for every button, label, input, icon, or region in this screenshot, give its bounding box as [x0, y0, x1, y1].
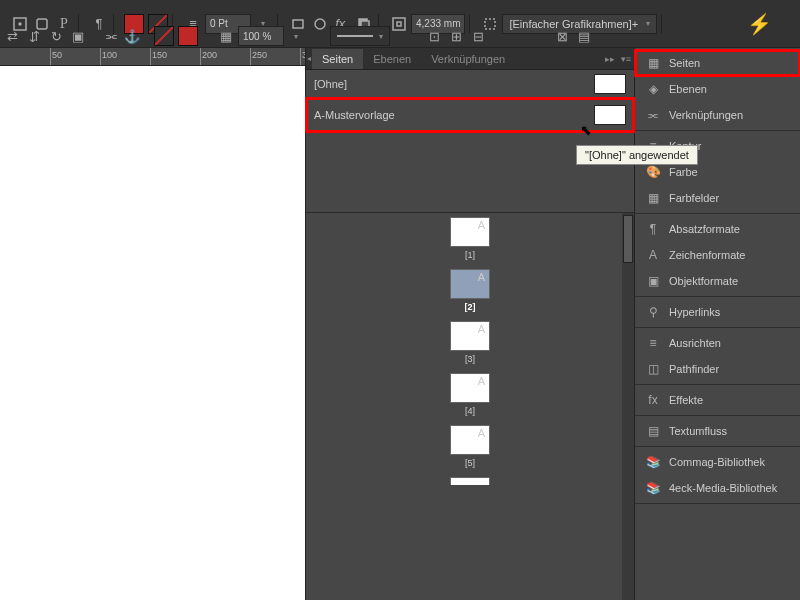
tab-seiten[interactable]: Seiten [312, 49, 363, 69]
fit-frame-icon[interactable]: ⊞ [446, 26, 466, 46]
para-icon: ¶ [645, 221, 661, 237]
flip-v-icon[interactable]: ⇵ [24, 26, 44, 46]
link-chain-icon[interactable]: ⫘ [100, 26, 120, 46]
panel-dock: ▦Seiten◈Ebenen⫘Verknüpfungen≡Kontur🎨Farb… [635, 48, 800, 600]
panel-verknüpfungen[interactable]: ⫘Verknüpfungen [635, 102, 800, 128]
color-icon: 🎨 [645, 164, 661, 180]
align-icon: ≡ [645, 335, 661, 351]
opacity-field[interactable]: 100 % [238, 26, 284, 46]
hyper-icon: ⚲ [645, 304, 661, 320]
panel-absatzformate[interactable]: ¶Absatzformate [635, 216, 800, 242]
master-thumb[interactable] [594, 74, 626, 94]
double-arrow-icon[interactable]: ▸▸ [602, 54, 618, 64]
lib-icon: 📚 [645, 454, 661, 470]
panel-label: Objektformate [669, 275, 738, 287]
tab-ebenen[interactable]: Ebenen [363, 49, 421, 69]
wrap-icon: ▤ [645, 423, 661, 439]
panel-label: Pathfinder [669, 363, 719, 375]
panel-farbfelder[interactable]: ▦Farbfelder [635, 185, 800, 211]
control-bar-row2: ⇄ ⇵ ↻ ▣ ⫘ ⚓ ▦ 100 % ▾ ▾ ⊡ ⊞ ⊟ ⊠ ▤ [2, 26, 594, 46]
opacity-icon: ▦ [216, 26, 236, 46]
panel-objektformate[interactable]: ▣Objektformate [635, 268, 800, 294]
panel-label: Farbfelder [669, 192, 719, 204]
svg-point-1 [19, 23, 21, 25]
panel-label: Seiten [669, 57, 700, 69]
page-thumb[interactable] [450, 477, 490, 485]
char-icon: A [645, 247, 661, 263]
link-icon: ⫘ [645, 107, 661, 123]
panel-label: Textumfluss [669, 425, 727, 437]
panel-label: 4eck-Media-Bibliothek [669, 482, 777, 494]
page-number: [1] [465, 250, 475, 260]
tab-verknuepfungen[interactable]: Verknüpfungen [421, 49, 515, 69]
master-label: A-Mustervorlage [314, 109, 395, 121]
page-number: [5] [465, 458, 475, 468]
page-canvas[interactable] [0, 66, 305, 600]
panel-label: Verknüpfungen [669, 109, 743, 121]
lib-icon: 📚 [645, 480, 661, 496]
clear-override-icon[interactable]: ⊠ [552, 26, 572, 46]
panel-label: Effekte [669, 394, 703, 406]
page-thumb[interactable]: A [450, 269, 490, 299]
panel-tabs: ◂ Seiten Ebenen Verknüpfungen ▸▸ ▾≡ [306, 48, 634, 70]
page-thumb[interactable]: A [450, 321, 490, 351]
panel-effekte[interactable]: fxEffekte [635, 387, 800, 413]
panel-label: Commag-Bibliothek [669, 456, 765, 468]
page-number: [3] [465, 354, 475, 364]
master-row-ohne[interactable]: [Ohne] [306, 70, 634, 98]
page-thumb[interactable]: A [450, 425, 490, 455]
master-row-a[interactable]: A-Mustervorlage [306, 98, 634, 132]
chevron-down-icon: ▾ [646, 19, 650, 28]
master-label: [Ohne] [314, 78, 347, 90]
rotate-icon[interactable]: ↻ [46, 26, 66, 46]
path-icon: ◫ [645, 361, 661, 377]
panel-label: Ausrichten [669, 337, 721, 349]
panel-pathfinder[interactable]: ◫Pathfinder [635, 356, 800, 382]
panel-zeichenformate[interactable]: AZeichenformate [635, 242, 800, 268]
fill-swatch-2[interactable] [154, 26, 174, 46]
fit-content-icon[interactable]: ⊡ [424, 26, 444, 46]
document-area: 50100150200250300 [0, 48, 305, 600]
select-content-icon[interactable]: ▣ [68, 26, 88, 46]
center-content-icon[interactable]: ⊟ [468, 26, 488, 46]
panel-seiten[interactable]: ▦Seiten [635, 50, 800, 76]
tooltip: "[Ohne]" angewendet [576, 145, 698, 165]
obj-icon: ▣ [645, 273, 661, 289]
pages-list: A [1] A [2] A [3] A [4] A [5] [306, 212, 634, 600]
stroke-style-dropdown[interactable]: ▾ [330, 26, 390, 46]
panel-label: Hyperlinks [669, 306, 720, 318]
fx-icon: fx [645, 392, 661, 408]
panel-hyperlinks[interactable]: ⚲Hyperlinks [635, 299, 800, 325]
panel-label: Absatzformate [669, 223, 740, 235]
grid-icon[interactable]: ▤ [574, 26, 594, 46]
layers-icon: ◈ [645, 81, 661, 97]
flip-h-icon[interactable]: ⇄ [2, 26, 22, 46]
scrollbar[interactable] [622, 213, 634, 600]
bolt-icon[interactable]: ⚡ [747, 12, 772, 36]
page-number: [4] [465, 406, 475, 416]
panel-menu-icon[interactable]: ▾≡ [618, 54, 634, 64]
panel-4eck-media-bibliothek[interactable]: 📚4eck-Media-Bibliothek [635, 475, 800, 501]
page-thumb[interactable]: A [450, 373, 490, 403]
panel-label: Zeichenformate [669, 249, 745, 261]
panel-label: Farbe [669, 166, 698, 178]
pages-panel: ◂ Seiten Ebenen Verknüpfungen ▸▸ ▾≡ [Ohn… [305, 48, 635, 600]
panel-textumfluss[interactable]: ▤Textumfluss [635, 418, 800, 444]
anchor-icon[interactable]: ⚓ [122, 26, 142, 46]
pages-icon: ▦ [645, 55, 661, 71]
panel-commag-bibliothek[interactable]: 📚Commag-Bibliothek [635, 449, 800, 475]
master-thumb[interactable] [594, 105, 626, 125]
page-thumb[interactable]: A [450, 217, 490, 247]
chevron-down-icon[interactable]: ▾ [286, 26, 306, 46]
panel-label: Ebenen [669, 83, 707, 95]
stroke-swatch-2[interactable] [178, 26, 198, 46]
page-number: [2] [465, 302, 476, 312]
panel-ausrichten[interactable]: ≡Ausrichten [635, 330, 800, 356]
horizontal-ruler: 50100150200250300 [0, 48, 305, 66]
panel-ebenen[interactable]: ◈Ebenen [635, 76, 800, 102]
swatch-icon: ▦ [645, 190, 661, 206]
